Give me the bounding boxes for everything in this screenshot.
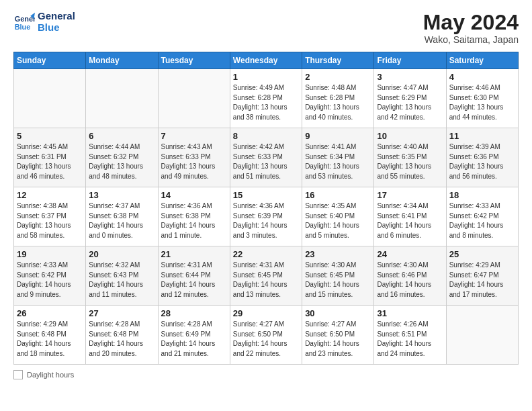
day-number: 21 bbox=[161, 249, 227, 259]
day-info: Sunrise: 4:30 AM Sunset: 6:46 PM Dayligh… bbox=[377, 261, 443, 300]
calendar-week-1: 5Sunrise: 4:45 AM Sunset: 6:31 PM Daylig… bbox=[14, 128, 519, 187]
day-number: 14 bbox=[161, 190, 227, 200]
day-number: 16 bbox=[305, 190, 371, 200]
calendar-cell: 5Sunrise: 4:45 AM Sunset: 6:31 PM Daylig… bbox=[14, 128, 86, 187]
day-info: Sunrise: 4:36 AM Sunset: 6:39 PM Dayligh… bbox=[233, 201, 299, 240]
col-header-monday: Monday bbox=[86, 52, 158, 69]
day-info: Sunrise: 4:41 AM Sunset: 6:34 PM Dayligh… bbox=[305, 142, 371, 181]
day-number: 6 bbox=[89, 131, 154, 141]
day-number: 3 bbox=[377, 72, 443, 82]
day-number: 18 bbox=[449, 190, 515, 200]
day-info: Sunrise: 4:38 AM Sunset: 6:37 PM Dayligh… bbox=[17, 201, 83, 240]
calendar-cell: 22Sunrise: 4:31 AM Sunset: 6:45 PM Dayli… bbox=[230, 246, 302, 306]
calendar-cell bbox=[446, 306, 518, 365]
svg-text:Blue: Blue bbox=[15, 22, 31, 30]
day-number: 2 bbox=[305, 72, 371, 82]
calendar-week-4: 26Sunrise: 4:29 AM Sunset: 6:48 PM Dayli… bbox=[14, 306, 519, 365]
footer: Daylight hours bbox=[13, 370, 519, 379]
col-header-friday: Friday bbox=[374, 52, 446, 69]
day-number: 8 bbox=[233, 131, 299, 141]
calendar-cell: 1Sunrise: 4:49 AM Sunset: 6:28 PM Daylig… bbox=[230, 69, 302, 128]
day-info: Sunrise: 4:34 AM Sunset: 6:41 PM Dayligh… bbox=[377, 201, 443, 240]
day-info: Sunrise: 4:36 AM Sunset: 6:38 PM Dayligh… bbox=[161, 201, 227, 240]
col-header-sunday: Sunday bbox=[14, 52, 86, 69]
calendar-cell: 28Sunrise: 4:28 AM Sunset: 6:49 PM Dayli… bbox=[158, 306, 230, 365]
calendar-cell: 3Sunrise: 4:47 AM Sunset: 6:29 PM Daylig… bbox=[374, 69, 446, 128]
calendar-cell: 12Sunrise: 4:38 AM Sunset: 6:37 PM Dayli… bbox=[14, 187, 86, 246]
day-number: 5 bbox=[17, 131, 83, 141]
calendar-cell: 19Sunrise: 4:33 AM Sunset: 6:42 PM Dayli… bbox=[14, 246, 86, 306]
col-header-thursday: Thursday bbox=[302, 52, 374, 69]
day-info: Sunrise: 4:32 AM Sunset: 6:43 PM Dayligh… bbox=[89, 261, 154, 300]
day-number: 9 bbox=[305, 131, 371, 141]
calendar-cell: 2Sunrise: 4:48 AM Sunset: 6:28 PM Daylig… bbox=[302, 69, 374, 128]
header: General Blue General Blue May 2024 Wako,… bbox=[13, 11, 519, 45]
day-number: 13 bbox=[89, 190, 154, 200]
day-number: 31 bbox=[377, 308, 443, 318]
calendar-cell: 20Sunrise: 4:32 AM Sunset: 6:43 PM Dayli… bbox=[86, 246, 158, 306]
calendar-week-0: 1Sunrise: 4:49 AM Sunset: 6:28 PM Daylig… bbox=[14, 69, 519, 128]
day-info: Sunrise: 4:28 AM Sunset: 6:48 PM Dayligh… bbox=[89, 320, 154, 359]
title-area: May 2024 Wako, Saitama, Japan bbox=[423, 11, 519, 45]
calendar-cell: 27Sunrise: 4:28 AM Sunset: 6:48 PM Dayli… bbox=[86, 306, 158, 365]
day-number: 19 bbox=[17, 249, 83, 259]
day-info: Sunrise: 4:29 AM Sunset: 6:47 PM Dayligh… bbox=[449, 261, 515, 300]
calendar-cell: 9Sunrise: 4:41 AM Sunset: 6:34 PM Daylig… bbox=[302, 128, 374, 187]
day-number: 17 bbox=[377, 190, 443, 200]
day-number: 26 bbox=[17, 308, 83, 318]
day-info: Sunrise: 4:45 AM Sunset: 6:31 PM Dayligh… bbox=[17, 142, 83, 181]
calendar-cell: 23Sunrise: 4:30 AM Sunset: 6:45 PM Dayli… bbox=[302, 246, 374, 306]
day-info: Sunrise: 4:39 AM Sunset: 6:36 PM Dayligh… bbox=[449, 142, 515, 181]
day-info: Sunrise: 4:28 AM Sunset: 6:49 PM Dayligh… bbox=[161, 320, 227, 359]
day-info: Sunrise: 4:44 AM Sunset: 6:32 PM Dayligh… bbox=[89, 142, 154, 181]
calendar-week-3: 19Sunrise: 4:33 AM Sunset: 6:42 PM Dayli… bbox=[14, 246, 519, 306]
calendar-header-row: SundayMondayTuesdayWednesdayThursdayFrid… bbox=[14, 52, 519, 69]
calendar-cell: 14Sunrise: 4:36 AM Sunset: 6:38 PM Dayli… bbox=[158, 187, 230, 246]
footer-box bbox=[13, 370, 23, 379]
calendar-cell: 17Sunrise: 4:34 AM Sunset: 6:41 PM Dayli… bbox=[374, 187, 446, 246]
calendar-cell: 30Sunrise: 4:27 AM Sunset: 6:50 PM Dayli… bbox=[302, 306, 374, 365]
calendar-cell: 8Sunrise: 4:42 AM Sunset: 6:33 PM Daylig… bbox=[230, 128, 302, 187]
calendar-cell: 24Sunrise: 4:30 AM Sunset: 6:46 PM Dayli… bbox=[374, 246, 446, 306]
day-info: Sunrise: 4:48 AM Sunset: 6:28 PM Dayligh… bbox=[305, 83, 371, 122]
day-info: Sunrise: 4:35 AM Sunset: 6:40 PM Dayligh… bbox=[305, 201, 371, 240]
calendar-cell: 21Sunrise: 4:31 AM Sunset: 6:44 PM Dayli… bbox=[158, 246, 230, 306]
calendar-cell: 11Sunrise: 4:39 AM Sunset: 6:36 PM Dayli… bbox=[446, 128, 518, 187]
calendar-cell bbox=[86, 69, 158, 128]
day-number: 7 bbox=[161, 131, 227, 141]
day-info: Sunrise: 4:31 AM Sunset: 6:45 PM Dayligh… bbox=[233, 261, 299, 300]
day-number: 24 bbox=[377, 249, 443, 259]
logo-general: General bbox=[38, 11, 75, 22]
page: General Blue General Blue May 2024 Wako,… bbox=[0, 0, 532, 411]
day-number: 11 bbox=[449, 131, 515, 141]
calendar-cell: 7Sunrise: 4:43 AM Sunset: 6:33 PM Daylig… bbox=[158, 128, 230, 187]
calendar-cell: 13Sunrise: 4:37 AM Sunset: 6:38 PM Dayli… bbox=[86, 187, 158, 246]
day-number: 27 bbox=[89, 308, 154, 318]
day-info: Sunrise: 4:33 AM Sunset: 6:42 PM Dayligh… bbox=[17, 261, 83, 300]
day-number: 1 bbox=[233, 72, 299, 82]
calendar-week-2: 12Sunrise: 4:38 AM Sunset: 6:37 PM Dayli… bbox=[14, 187, 519, 246]
day-info: Sunrise: 4:26 AM Sunset: 6:51 PM Dayligh… bbox=[377, 320, 443, 359]
day-info: Sunrise: 4:37 AM Sunset: 6:38 PM Dayligh… bbox=[89, 201, 154, 240]
day-info: Sunrise: 4:27 AM Sunset: 6:50 PM Dayligh… bbox=[305, 320, 371, 359]
logo: General Blue General Blue bbox=[13, 11, 75, 33]
calendar-cell: 4Sunrise: 4:46 AM Sunset: 6:30 PM Daylig… bbox=[446, 69, 518, 128]
calendar-cell bbox=[14, 69, 86, 128]
day-number: 12 bbox=[17, 190, 83, 200]
day-info: Sunrise: 4:43 AM Sunset: 6:33 PM Dayligh… bbox=[161, 142, 227, 181]
day-info: Sunrise: 4:30 AM Sunset: 6:45 PM Dayligh… bbox=[305, 261, 371, 300]
col-header-saturday: Saturday bbox=[446, 52, 518, 69]
location: Wako, Saitama, Japan bbox=[423, 34, 519, 45]
day-number: 4 bbox=[449, 72, 515, 82]
calendar-cell bbox=[158, 69, 230, 128]
day-number: 23 bbox=[305, 249, 371, 259]
day-info: Sunrise: 4:42 AM Sunset: 6:33 PM Dayligh… bbox=[233, 142, 299, 181]
day-info: Sunrise: 4:31 AM Sunset: 6:44 PM Dayligh… bbox=[161, 261, 227, 300]
day-number: 15 bbox=[233, 190, 299, 200]
footer-label: Daylight hours bbox=[27, 371, 74, 379]
day-info: Sunrise: 4:40 AM Sunset: 6:35 PM Dayligh… bbox=[377, 142, 443, 181]
calendar-cell: 10Sunrise: 4:40 AM Sunset: 6:35 PM Dayli… bbox=[374, 128, 446, 187]
calendar-cell: 16Sunrise: 4:35 AM Sunset: 6:40 PM Dayli… bbox=[302, 187, 374, 246]
calendar-cell: 31Sunrise: 4:26 AM Sunset: 6:51 PM Dayli… bbox=[374, 306, 446, 365]
day-number: 25 bbox=[449, 249, 515, 259]
